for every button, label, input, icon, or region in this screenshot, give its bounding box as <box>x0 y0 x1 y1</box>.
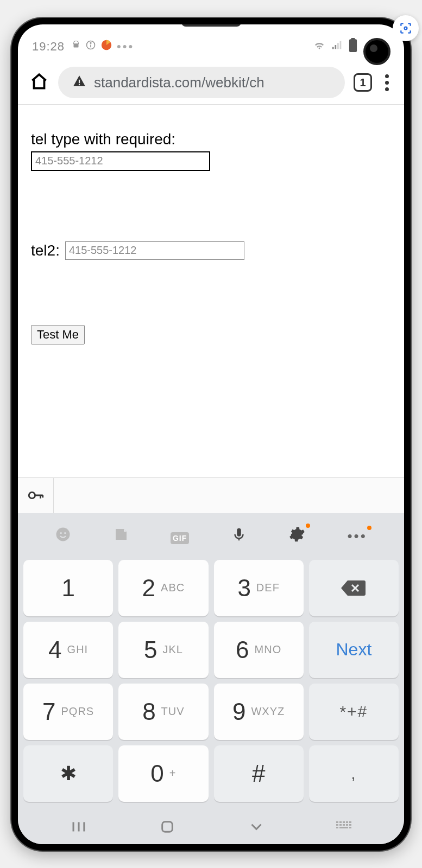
svg-point-0 <box>405 27 407 29</box>
battery-icon <box>349 38 357 55</box>
insecure-icon <box>72 74 86 92</box>
phone-frame: 19:28 ••• standardist <box>11 18 411 851</box>
svg-rect-18 <box>237 528 241 537</box>
clock: 19:28 <box>32 40 65 54</box>
keyboard-more-icon[interactable]: ••• <box>347 528 367 545</box>
mic-icon[interactable] <box>231 525 247 547</box>
status-bar: 19:28 ••• <box>18 32 404 61</box>
key-7[interactable]: 7PQRS <box>23 684 113 740</box>
svg-rect-25 <box>336 821 338 823</box>
tel1-input[interactable]: 415-555-1212 <box>31 151 210 171</box>
key-next[interactable]: Next <box>309 622 399 678</box>
key-8[interactable]: 8TUV <box>118 684 208 740</box>
system-nav-bar <box>18 812 404 844</box>
svg-rect-31 <box>339 824 342 826</box>
signal-icon <box>331 39 343 54</box>
svg-point-15 <box>56 528 70 541</box>
speaker-grille <box>181 24 241 27</box>
svg-rect-6 <box>332 47 334 49</box>
svg-rect-1 <box>74 44 79 48</box>
key-9[interactable]: 9WXYZ <box>214 684 304 740</box>
android-icon <box>71 40 81 53</box>
info-icon <box>85 40 96 53</box>
emoji-icon[interactable] <box>55 526 71 546</box>
svg-rect-8 <box>337 43 339 49</box>
tabs-button[interactable]: 1 <box>354 73 372 92</box>
page-content: tel type with required: 415-555-1212 tel… <box>18 105 404 477</box>
svg-rect-29 <box>349 821 351 823</box>
svg-point-14 <box>29 492 35 498</box>
tel2-input[interactable]: 415-555-1212 <box>65 241 244 260</box>
browser-icon <box>100 39 112 54</box>
key-3[interactable]: 3DEF <box>214 560 304 616</box>
screen: 19:28 ••• standardist <box>18 24 404 844</box>
svg-rect-11 <box>351 38 355 40</box>
svg-rect-34 <box>349 824 351 826</box>
tel1-label: tel type with required: <box>31 131 391 148</box>
url-text: standardista.com/webkit/ch <box>94 74 264 91</box>
svg-point-17 <box>64 532 66 534</box>
svg-rect-30 <box>336 824 338 826</box>
back-button[interactable] <box>247 818 266 838</box>
svg-rect-28 <box>346 821 348 823</box>
key-1[interactable]: 1 <box>23 560 113 616</box>
svg-rect-36 <box>339 827 348 828</box>
overflow-menu-icon[interactable] <box>381 74 393 91</box>
svg-rect-7 <box>335 45 336 49</box>
soft-keyboard: GIF ••• 12ABC3DEF4GHI5JKL6MNONext7PQRS8T… <box>18 513 404 812</box>
address-bar[interactable]: standardista.com/webkit/ch <box>58 67 345 98</box>
home-icon[interactable] <box>29 71 49 94</box>
key-2[interactable]: 2ABC <box>118 560 208 616</box>
svg-rect-37 <box>349 827 351 828</box>
svg-rect-10 <box>349 39 357 52</box>
svg-rect-35 <box>336 827 338 828</box>
gif-icon[interactable]: GIF <box>171 528 189 545</box>
sticker-icon[interactable] <box>113 526 129 546</box>
svg-rect-27 <box>343 821 345 823</box>
key-hash[interactable]: # <box>214 745 304 802</box>
tel2-label: tel2: <box>31 242 60 259</box>
key-5[interactable]: 5JKL <box>118 622 208 678</box>
svg-rect-24 <box>162 821 173 832</box>
key-backspace[interactable] <box>309 560 399 616</box>
svg-rect-13 <box>79 84 80 85</box>
svg-rect-12 <box>79 79 80 83</box>
wifi-icon <box>313 39 326 55</box>
key-0[interactable]: 0+ <box>118 745 208 802</box>
keyboard-switch-icon[interactable] <box>336 820 352 835</box>
svg-point-16 <box>60 532 62 534</box>
browser-toolbar: standardista.com/webkit/ch 1 <box>18 61 404 105</box>
svg-rect-9 <box>340 41 342 49</box>
keyboard-toolbar: GIF ••• <box>18 518 404 556</box>
front-camera <box>363 38 390 65</box>
key-star[interactable]: ✱ <box>23 745 113 802</box>
key-4[interactable]: 4GHI <box>23 622 113 678</box>
svg-point-4 <box>90 42 91 43</box>
key-6[interactable]: 6MNO <box>214 622 304 678</box>
status-more-icon: ••• <box>117 40 134 54</box>
key-comma[interactable]: , <box>309 745 399 802</box>
svg-rect-26 <box>339 821 342 823</box>
settings-icon[interactable] <box>288 526 306 547</box>
svg-rect-32 <box>343 824 345 826</box>
test-me-button[interactable]: Test Me <box>31 325 85 344</box>
recents-button[interactable] <box>70 818 88 838</box>
key-symbols[interactable]: *+# <box>309 684 399 740</box>
home-button[interactable] <box>159 818 176 838</box>
svg-rect-33 <box>346 824 348 826</box>
key-icon[interactable] <box>18 478 54 513</box>
password-suggestion-bar[interactable] <box>18 477 404 513</box>
